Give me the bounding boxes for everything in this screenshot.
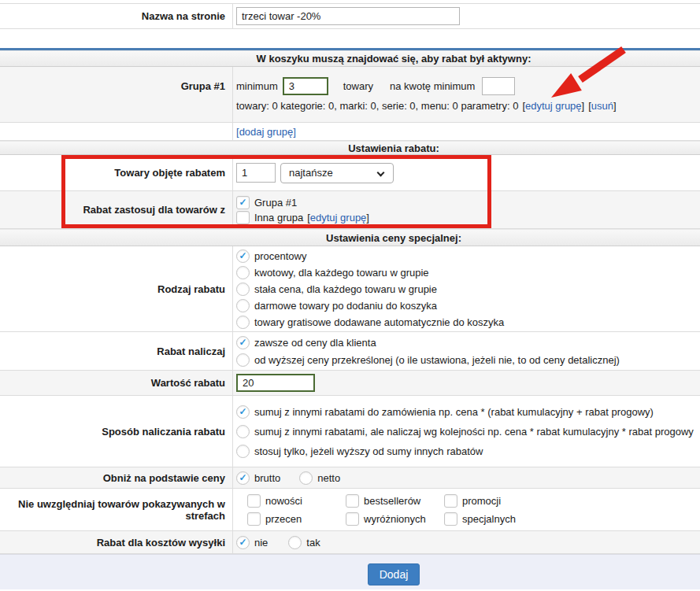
option-bestsellerow[interactable]: bestsellerów	[346, 494, 444, 508]
radio-zawsze-od-ceny[interactable]	[236, 336, 250, 349]
group-1-row: Grupa #1 minimum towary na kwotę minimum…	[0, 67, 700, 123]
add-group-label-cell	[0, 123, 233, 140]
checkbox-promocji[interactable]	[444, 494, 457, 508]
submit-button[interactable]: Dodaj	[368, 563, 420, 585]
checkbox-przecen[interactable]	[247, 512, 261, 526]
checkbox-nowosci[interactable]	[247, 494, 261, 508]
checkbox-specjalnych[interactable]	[444, 512, 457, 526]
exclude-zones-label: Nie uwzględniaj towarów pokazywanych w s…	[0, 489, 233, 530]
discount-value-input[interactable]	[236, 374, 315, 392]
radio-towary-gratisowe[interactable]	[236, 316, 250, 329]
calc-method-label: Sposób naliczania rabatu	[0, 396, 233, 467]
discount-type-row: Rodzaj rabatu procentowy kwotowy, dla ka…	[0, 246, 700, 332]
radio-tak[interactable]	[288, 536, 302, 549]
group-min-count-input[interactable]	[283, 77, 328, 95]
covered-products-label: Towary objęte rabatem	[0, 155, 233, 190]
option-specjalnych[interactable]: specjalnych	[444, 512, 543, 526]
option-towary-gratisowe[interactable]: towary gratisowe dodawane automatycznie …	[236, 314, 700, 331]
price-base-row: Obniż na podstawie ceny brutto netto	[0, 467, 700, 489]
apply-to-groups-label: Rabat zastosuj dla towarów z	[0, 191, 233, 228]
exclude-zones-row: Nie uwzględniaj towarów pokazywanych w s…	[0, 489, 700, 531]
footer-bar: Dodaj	[0, 554, 700, 589]
radio-sumuj-wg-kolejnosci[interactable]	[236, 425, 250, 438]
option-label: darmowe towary po dodaniu do koszyka	[254, 300, 437, 312]
option-label: netto	[317, 472, 340, 484]
cheapest-select[interactable]: najtańsze	[280, 163, 394, 183]
checkbox-wyroznionych[interactable]	[346, 512, 359, 526]
radio-netto[interactable]	[299, 471, 313, 485]
calc-method-row: Sposób naliczania rabatu sumuj z innymi …	[0, 396, 700, 467]
shipping-discount-row: Rabat dla kosztów wysyłki nie tak	[0, 531, 700, 554]
option-label: kwotowy, dla każdego towaru w grupie	[254, 267, 429, 279]
radio-nie[interactable]	[236, 536, 250, 549]
option-darmowe-towary[interactable]: darmowe towary po dodaniu do koszyka	[236, 297, 700, 314]
group-min-amount-input[interactable]	[482, 77, 515, 95]
option-label: nowości	[265, 495, 302, 507]
option-tak[interactable]: tak	[288, 536, 320, 549]
radio-kwotowy[interactable]	[236, 266, 250, 279]
option-grupa-1[interactable]: Grupa #1	[236, 196, 700, 209]
exclude-zones-label-line2: strefach	[185, 510, 225, 522]
option-brutto[interactable]: brutto	[236, 471, 280, 485]
apply-to-groups-row: Rabat zastosuj dla towarów z Grupa #1 In…	[0, 191, 700, 229]
edit-group-link-wrap: edytuj grupę	[522, 100, 584, 112]
option-wyroznionych[interactable]: wyróżnionych	[346, 512, 444, 526]
remove-group-link[interactable]: usuń	[591, 100, 613, 112]
option-inna-grupa[interactable]: Inna grupa edytuj grupę	[236, 211, 700, 224]
option-label: stosuj tylko, jeżeli wyższy od sumy inny…	[254, 445, 483, 457]
exclude-zones-label-line1: Nie uwzględniaj towarów pokazywanych w	[18, 498, 225, 510]
option-label: od wyższej ceny przekreślonej (o ile ust…	[254, 354, 620, 366]
option-label: tak	[306, 537, 320, 549]
radio-od-wyzszej-ceny[interactable]	[236, 353, 250, 367]
page-name-row: Nazwa na stronie	[0, 3, 700, 29]
add-group-link[interactable]: dodaj grupę	[239, 126, 294, 138]
discount-value-row: Wartość rabatu	[0, 371, 700, 396]
option-promocji[interactable]: promocji	[444, 494, 543, 508]
discount-type-label: Rodzaj rabatu	[0, 246, 233, 331]
radio-darmowe-towary[interactable]	[236, 299, 250, 312]
page-name-input[interactable]	[236, 7, 460, 25]
radio-brutto[interactable]	[236, 471, 250, 485]
option-nowosci[interactable]: nowości	[247, 494, 346, 508]
checkbox-grupa-1[interactable]	[236, 196, 250, 209]
option-kwotowy[interactable]: kwotowy, dla każdego towaru w grupie	[236, 264, 700, 281]
price-base-label: Obniż na podstawie ceny	[0, 467, 233, 488]
radio-sumuj-do-zamowienia[interactable]	[236, 405, 250, 419]
option-sumuj-do-zamowienia[interactable]: sumuj z innymi rabatami do zamówienia np…	[236, 402, 700, 422]
option-label: specjalnych	[462, 513, 516, 525]
option-przecen[interactable]: przecen	[247, 512, 346, 526]
discounted-count-input[interactable]	[236, 163, 276, 183]
group-1-label: Grupa #1	[0, 67, 233, 122]
minimum-label: minimum	[236, 80, 278, 92]
discount-form-page: Nazwa na stronie W koszyku muszą znajdow…	[0, 0, 700, 589]
remove-group-link-wrap: usuń	[588, 100, 616, 112]
option-label: wyróżnionych	[364, 513, 426, 525]
edit-group-link[interactable]: edytuj grupę	[525, 100, 582, 112]
option-label: procentowy	[254, 250, 306, 262]
option-procentowy[interactable]: procentowy	[236, 248, 700, 264]
option-sumuj-wg-kolejnosci[interactable]: sumuj z innymi rabatami, ale naliczaj wg…	[236, 422, 700, 441]
section-header-cart: W koszyku muszą znajdować się, aby rabat…	[0, 50, 700, 67]
unit-label: towary	[343, 80, 373, 92]
option-zawsze-od-ceny[interactable]: zawsze od ceny dla klienta	[236, 334, 700, 351]
radio-stosuj-tylko[interactable]	[236, 445, 250, 458]
radio-stala-cena[interactable]	[236, 283, 250, 296]
option-stosuj-tylko[interactable]: stosuj tylko, jeżeli wyższy od sumy inny…	[236, 441, 700, 461]
page-name-label: Nazwa na stronie	[0, 4, 233, 28]
option-label: Inna grupa	[254, 212, 303, 223]
edit-other-group-link[interactable]: edytuj grupę	[310, 212, 367, 223]
add-group-row: dodaj grupę	[0, 123, 700, 141]
option-od-wyzszej-ceny[interactable]: od wyższej ceny przekreślonej (o ile ust…	[236, 351, 700, 368]
radio-procentowy[interactable]	[236, 249, 250, 263]
section-header-discount: Ustawienia rabatu:	[0, 141, 700, 155]
option-label: brutto	[254, 472, 280, 484]
option-stala-cena[interactable]: stała cena, dla każdego towaru w grupie	[236, 281, 700, 297]
shipping-discount-label: Rabat dla kosztów wysyłki	[0, 531, 233, 553]
section-header-special-price: Ustawienia ceny specjalnej:	[0, 229, 700, 246]
discount-base-row: Rabat naliczaj zawsze od ceny dla klient…	[0, 332, 700, 371]
discount-value-label: Wartość rabatu	[0, 371, 233, 395]
option-netto[interactable]: netto	[299, 471, 340, 485]
option-nie[interactable]: nie	[236, 536, 268, 549]
checkbox-bestsellerow[interactable]	[346, 494, 359, 508]
checkbox-inna-grupa[interactable]	[236, 211, 250, 224]
